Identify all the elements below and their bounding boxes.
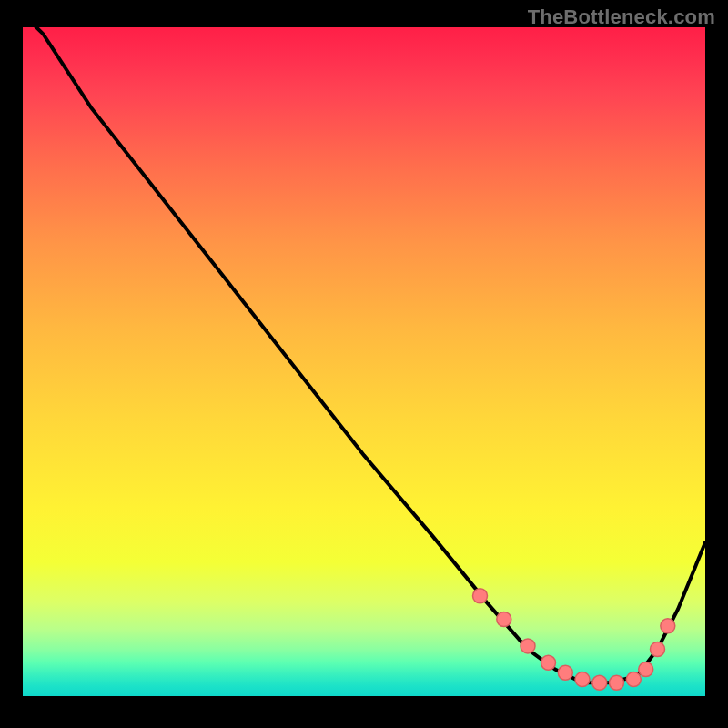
plateau-dot [592, 675, 607, 690]
plateau-dot [651, 642, 665, 657]
plateau-dot [661, 619, 675, 633]
plateau-dot [610, 675, 624, 690]
chart-stage: TheBottleneck.com [0, 0, 728, 728]
plateau-dot [473, 589, 488, 603]
chart-svg [23, 27, 705, 696]
plateau-dot [521, 639, 535, 653]
plateau-dot [558, 665, 572, 680]
plateau-dots-group [473, 589, 675, 691]
plateau-dot [575, 672, 590, 687]
plateau-dot [497, 612, 511, 627]
bottleneck-curve [23, 27, 705, 682]
watermark-text: TheBottleneck.com [528, 5, 715, 29]
plateau-dot [626, 672, 641, 687]
plateau-dot [541, 655, 556, 670]
plateau-dot [639, 662, 653, 677]
